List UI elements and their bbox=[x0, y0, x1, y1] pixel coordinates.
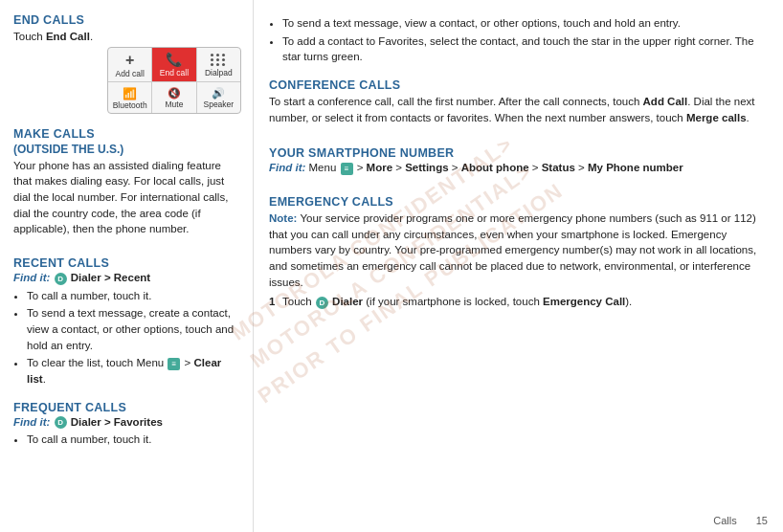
recent-calls-title: RECENT CALLS bbox=[13, 256, 241, 270]
emergency-calls-title: EMERGENCY CALLS bbox=[269, 195, 768, 209]
frequent-dialer-icon: D bbox=[55, 416, 67, 429]
smartphone-find-it: Find it: Menu ≡ > More > Settings > Abou… bbox=[269, 162, 768, 174]
phone-icon: 📞 bbox=[166, 53, 182, 66]
phone-ui-row-1: + Add call 📞 End call bbox=[108, 48, 240, 82]
mute-label: Mute bbox=[166, 100, 184, 109]
end-calls-body: Touch End Call. bbox=[13, 29, 241, 45]
recent-calls-find-it: Find it: D Dialer > Recent bbox=[13, 272, 241, 284]
end-calls-title: END CALLS bbox=[13, 13, 241, 27]
frequent-calls-title: FREQUENT CALLS bbox=[13, 401, 241, 414]
recent-bullet-1: To call a number, touch it. bbox=[27, 288, 241, 304]
make-calls-body: Your phone has an assisted dialing featu… bbox=[13, 158, 241, 237]
emergency-calls-note: Note: Your service provider programs one… bbox=[269, 211, 768, 290]
frequent-calls-find-it: Find it: D Dialer > Favorites bbox=[13, 416, 241, 429]
recent-find-text: Dialer > Recent bbox=[71, 272, 150, 283]
mute-icon: 🔇 bbox=[168, 87, 181, 100]
make-calls-subtitle: (OUTSIDE THE U.S.) bbox=[13, 143, 241, 156]
phone-ui-row-2: 📶 Bluetooth 🔇 Mute 🔊 Speaker bbox=[108, 82, 240, 113]
recent-calls-bullets: To call a number, touch it. To send a te… bbox=[27, 288, 241, 388]
speaker-icon: 🔊 bbox=[212, 87, 225, 100]
page-number: 15 bbox=[756, 515, 768, 526]
make-calls-section: MAKE CALLS (OUTSIDE THE U.S.) Your phone… bbox=[13, 118, 241, 241]
frequent-find-text: Dialer > Favorites bbox=[71, 416, 163, 428]
add-call-btn[interactable]: + Add call bbox=[108, 48, 152, 81]
step-1-text: Touch D Dialer (if your smartphone is lo… bbox=[282, 294, 632, 310]
smartphone-number-section: YOUR SMARTPHONE NUMBER Find it: Menu ≡ >… bbox=[269, 137, 768, 177]
end-call-bold: End Call bbox=[46, 31, 90, 42]
page-footer: Calls 15 bbox=[713, 515, 768, 526]
step1-dialer-icon: D bbox=[316, 297, 328, 309]
conference-calls-section: CONFERENCE CALLS To start a conference c… bbox=[269, 78, 768, 129]
menu-icon-smartphone: ≡ bbox=[341, 163, 353, 175]
bluetooth-label: Bluetooth bbox=[113, 100, 147, 110]
end-call-btn[interactable]: 📞 End call bbox=[152, 48, 196, 81]
make-calls-title: MAKE CALLS bbox=[13, 127, 241, 141]
emergency-calls-section: EMERGENCY CALLS Note: Your service provi… bbox=[269, 186, 768, 312]
top-bullet-2: To add a contact to Favorites, select th… bbox=[282, 33, 768, 65]
dialpad-label: Dialpad bbox=[205, 68, 233, 78]
emergency-step-1: 1 Touch D Dialer (if your smartphone is … bbox=[269, 294, 768, 310]
recent-find-label: Find it: bbox=[13, 272, 50, 283]
conference-calls-body: To start a conference call, call the fir… bbox=[269, 94, 768, 125]
conference-calls-title: CONFERENCE CALLS bbox=[269, 78, 768, 92]
speaker-btn[interactable]: 🔊 Speaker bbox=[197, 82, 240, 113]
step-1-num: 1 bbox=[269, 294, 279, 310]
bluetooth-btn[interactable]: 📶 Bluetooth bbox=[108, 82, 152, 113]
speaker-label: Speaker bbox=[203, 100, 234, 109]
frequent-calls-bullets: To call a number, touch it. bbox=[27, 432, 241, 448]
recent-calls-section: RECENT CALLS Find it: D Dialer > Recent … bbox=[13, 247, 241, 391]
recent-bullet-3: To clear the list, touch Menu ≡ > Clear … bbox=[27, 355, 241, 387]
end-calls-section: END CALLS Touch End Call. + Add call 📞 bbox=[13, 13, 241, 118]
footer-section: Calls bbox=[713, 515, 736, 526]
plus-icon: + bbox=[125, 53, 134, 68]
add-call-label: Add call bbox=[116, 69, 145, 78]
bluetooth-icon: 📶 bbox=[123, 87, 137, 100]
menu-icon-recent: ≡ bbox=[168, 358, 180, 370]
top-bullet-1: To send a text message, view a contact, … bbox=[282, 15, 768, 32]
note-label: Note: bbox=[269, 212, 297, 224]
end-call-image: + Add call 📞 End call bbox=[13, 47, 241, 114]
phone-ui-box: + Add call 📞 End call bbox=[107, 47, 241, 114]
mute-btn[interactable]: 🔇 Mute bbox=[152, 82, 196, 113]
smartphone-number-title: YOUR SMARTPHONE NUMBER bbox=[269, 146, 768, 160]
left-column: END CALLS Touch End Call. + Add call 📞 bbox=[0, 0, 254, 532]
right-column: To send a text message, view a contact, … bbox=[254, 0, 783, 532]
frequent-bullet-1: To call a number, touch it. bbox=[27, 432, 241, 448]
top-bullets: To send a text message, view a contact, … bbox=[282, 15, 768, 67]
page-container: MOTOROLA CONFIDENTIAL> MOTOROLA CONFIDEN… bbox=[0, 0, 783, 532]
recent-bullet-2: To send a text message, create a contact… bbox=[27, 305, 241, 353]
dialpad-icon bbox=[211, 54, 226, 66]
dialpad-btn[interactable]: Dialpad bbox=[197, 48, 240, 81]
end-call-btn-label: End call bbox=[160, 68, 189, 78]
frequent-find-label: Find it: bbox=[13, 416, 50, 428]
frequent-calls-section: FREQUENT CALLS Find it: D Dialer > Favor… bbox=[13, 391, 241, 452]
recent-dialer-icon: D bbox=[55, 273, 67, 285]
smartphone-find-label: Find it: bbox=[269, 162, 305, 173]
